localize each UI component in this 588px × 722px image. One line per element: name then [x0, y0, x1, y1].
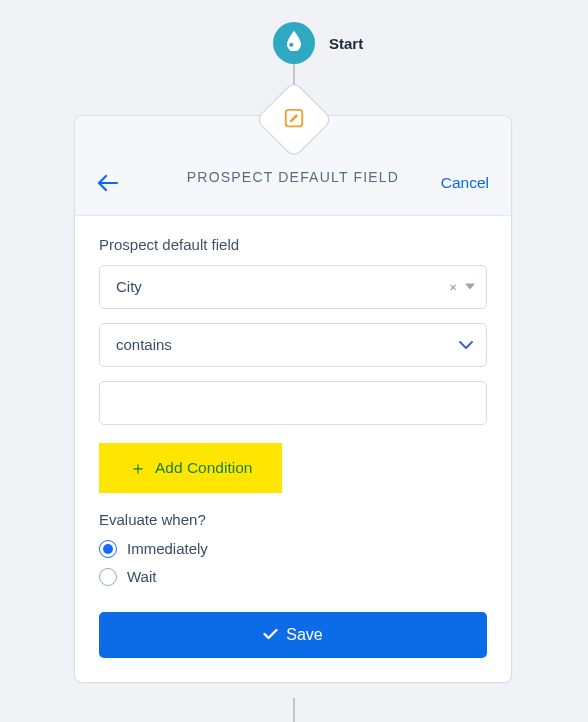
evaluate-when-label: Evaluate when?: [99, 511, 487, 528]
operator-select[interactable]: contains: [99, 323, 487, 367]
field-combobox-wrap: City ✕: [99, 265, 487, 309]
clear-field-icon[interactable]: ✕: [449, 281, 457, 292]
card-title: PROSPECT DEFAULT FIELD: [95, 164, 491, 191]
edit-icon: [283, 107, 305, 133]
start-circle: [273, 22, 315, 64]
radio-wait[interactable]: Wait: [99, 568, 487, 586]
cancel-button[interactable]: Cancel: [441, 174, 489, 192]
back-button[interactable]: [97, 174, 119, 196]
value-input-wrap: [99, 381, 487, 425]
chevron-down-icon: [459, 336, 473, 354]
radio-icon: [99, 568, 117, 586]
arrow-left-icon: [97, 174, 119, 192]
add-condition-button[interactable]: ＋ Add Condition: [99, 443, 282, 493]
start-label: Start: [329, 35, 363, 52]
start-node: Start: [273, 22, 315, 64]
radio-immediately[interactable]: Immediately: [99, 540, 487, 558]
card-body: Prospect default field City ✕ contains ＋…: [75, 216, 511, 682]
field-label: Prospect default field: [99, 236, 487, 253]
value-input[interactable]: [99, 381, 487, 425]
add-condition-label: Add Condition: [155, 459, 252, 477]
radio-immediately-label: Immediately: [127, 540, 208, 557]
check-icon: [263, 626, 278, 644]
rule-editor-card: PROSPECT DEFAULT FIELD Cancel Prospect d…: [74, 115, 512, 683]
rule-node[interactable]: [267, 92, 322, 147]
svg-point-0: [289, 43, 293, 47]
dropdown-triangle-icon: [465, 284, 475, 290]
drop-icon: [286, 31, 302, 55]
radio-wait-label: Wait: [127, 568, 156, 585]
connector-line-bottom: [293, 698, 295, 722]
field-combobox-value: City: [116, 278, 142, 295]
operator-select-value: contains: [116, 336, 172, 353]
save-button[interactable]: Save: [99, 612, 487, 658]
operator-select-wrap: contains: [99, 323, 487, 367]
field-combobox[interactable]: City: [99, 265, 487, 309]
save-label: Save: [286, 626, 322, 644]
plus-icon: ＋: [129, 459, 147, 477]
radio-icon: [99, 540, 117, 558]
